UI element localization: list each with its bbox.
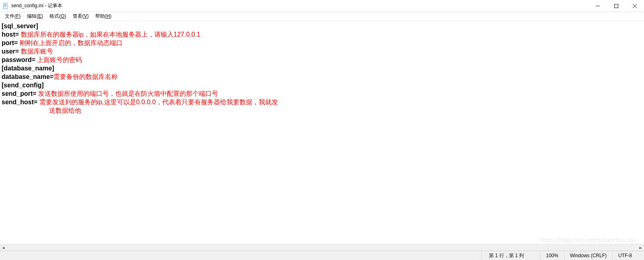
menu-file[interactable]: 文件(F) xyxy=(2,12,24,21)
menu-edit[interactable]: 编辑(E) xyxy=(24,12,46,21)
horizontal-scrollbar[interactable]: ◄ ► xyxy=(0,244,644,251)
ini-val-user: 数据库账号 xyxy=(21,48,53,55)
window-controls xyxy=(589,0,644,12)
ini-val-host: 数据库所在的服务器ip，如果在本地服务器上，请输入127.0.0.1 xyxy=(21,31,200,38)
status-lineending: Windows (CRLF) xyxy=(564,251,612,260)
ini-val-port: 刚刚在上面开启的，数据库动态端口 xyxy=(20,39,123,46)
menu-format[interactable]: 格式(O) xyxy=(46,12,69,21)
maximize-button[interactable] xyxy=(607,0,626,12)
ini-val-sendhost-1: 需要发送到的服务的ip,这里可以是0.0.0.0，代表着只要有服务器给我要数据，… xyxy=(39,99,278,105)
status-zoom: 100% xyxy=(540,251,564,260)
close-button[interactable] xyxy=(626,0,644,12)
status-encoding: UTF-8 xyxy=(612,251,644,260)
ini-key-password: password= xyxy=(2,56,37,63)
ini-key-port: port= xyxy=(2,39,20,46)
ini-val-sendhost-2: 送数据给他 xyxy=(49,107,81,114)
scroll-right-icon[interactable]: ► xyxy=(637,244,644,251)
notepad-icon xyxy=(2,3,9,9)
window-title: send_config.ini - 记事本 xyxy=(11,2,62,9)
scroll-left-icon[interactable]: ◄ xyxy=(0,244,7,251)
ini-section: [database_name] xyxy=(2,65,54,72)
ini-key-user: user= xyxy=(2,48,21,55)
statusbar: 第 1 行，第 1 列 100% Windows (CRLF) UTF-8 xyxy=(0,251,644,260)
ini-section: [send_config] xyxy=(2,82,44,89)
menu-help[interactable]: 帮助(H) xyxy=(92,12,115,21)
ini-val-password: 上面账号的密码 xyxy=(37,56,82,63)
titlebar: send_config.ini - 记事本 xyxy=(0,0,644,12)
ini-key-host: host= xyxy=(2,31,21,38)
text-editor[interactable]: [sql_server] host= 数据库所在的服务器ip，如果在本地服务器上… xyxy=(0,21,644,244)
ini-val-dbname: 需要备份的数据库名称 xyxy=(53,73,118,80)
ini-key-sendhost: send_host= xyxy=(2,99,39,105)
menu-view[interactable]: 查看(V) xyxy=(70,12,92,21)
titlebar-left: send_config.ini - 记事本 xyxy=(2,2,62,9)
ini-val-sendport: 发送数据所使用的端口号，也就是在防火墙中配置的那个端口号 xyxy=(38,90,218,97)
ini-key-sendport: send_port= xyxy=(2,90,38,97)
ini-key-dbname: database_name= xyxy=(2,73,53,80)
status-position: 第 1 行，第 1 列 xyxy=(481,251,540,260)
ini-section: [sql_server] xyxy=(2,23,38,29)
menubar: 文件(F) 编辑(E) 格式(O) 查看(V) 帮助(H) xyxy=(0,12,644,21)
minimize-button[interactable] xyxy=(589,0,607,12)
svg-rect-6 xyxy=(615,4,618,8)
